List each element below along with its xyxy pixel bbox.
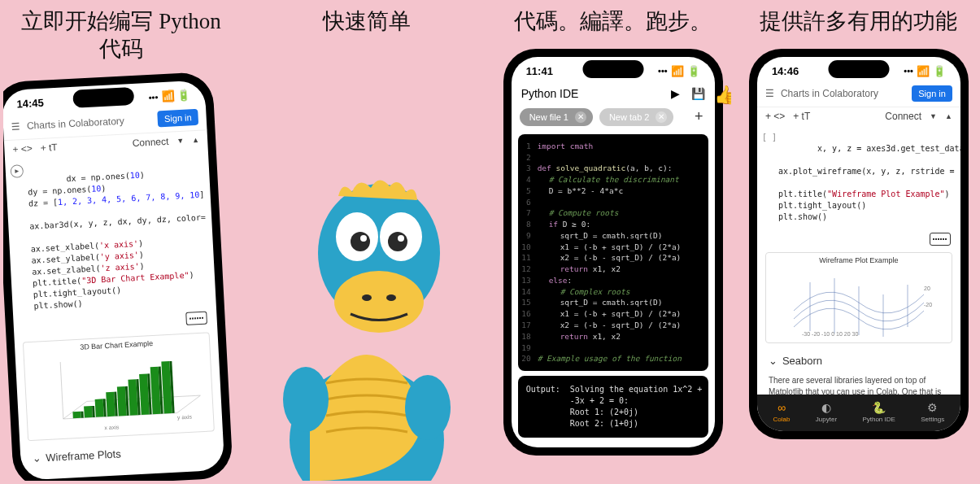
signin-button[interactable]: Sign in: [158, 108, 199, 127]
clock: 14:45: [16, 96, 44, 110]
wifi-icon: 📶: [161, 89, 175, 102]
svg-rect-3: [84, 406, 93, 418]
nav-ide[interactable]: 🐍Python IDE: [862, 401, 895, 423]
nav-colab[interactable]: ∞Colab: [773, 401, 791, 423]
headline-2: 快速简单: [316, 3, 417, 42]
chevron-down-icon[interactable]: ▼: [930, 112, 937, 120]
chevron-down-icon: ⌄: [32, 451, 41, 464]
svg-rect-6: [117, 386, 127, 415]
ide-header: Python IDE ▶💾: [512, 81, 715, 103]
add-tab-button[interactable]: +: [695, 108, 707, 125]
chevron-up-icon[interactable]: ▲: [945, 112, 952, 120]
svg-point-34: [405, 375, 451, 440]
colab-icon: ∞: [777, 401, 786, 414]
keyboard-icon[interactable]: [185, 311, 207, 325]
code-cell-wf[interactable]: [ ]x, y, z = axes3d.get_test_data() ax.p…: [757, 125, 960, 249]
svg-rect-5: [106, 391, 115, 416]
svg-text:-30 -20 -10  0  10  20  30: -30 -20 -10 0 10 20 30: [802, 331, 858, 337]
clock: 14:46: [772, 65, 799, 77]
run-icon[interactable]: ▶: [671, 87, 680, 100]
promo-panel-1: 立即开始编写 Python 代码 14:45 •••📶🔋 ☰ Charts in…: [3, 3, 239, 481]
promo-panel-4: 提供許多有用的功能 14:46 •••📶🔋 ☰ Charts in Colabo…: [741, 3, 977, 481]
battery-icon: 🔋: [687, 65, 700, 77]
promo-panel-2: 快速简单: [249, 3, 485, 481]
toolbar: + <> + tT Connect ▼ ▲: [757, 107, 960, 125]
connect-button[interactable]: Connect: [885, 111, 921, 122]
notch: [828, 60, 889, 78]
notch: [582, 60, 643, 78]
cell-bracket: [ ]: [762, 132, 777, 143]
status-icons: •••📶🔋: [148, 89, 190, 103]
gear-icon: ⚙: [927, 401, 938, 414]
chevron-down-icon[interactable]: ▼: [176, 136, 184, 144]
run-button[interactable]: ▶: [11, 164, 24, 178]
promo-panel-3: 代碼。編譯。跑步。 👍 11:41 •••📶🔋 Python IDE ▶💾 Ne…: [495, 3, 731, 481]
output-console: Output: Solving the equation 1x^2 + -3x …: [518, 376, 708, 438]
add-code-button[interactable]: + <>: [765, 111, 785, 122]
add-text-button[interactable]: + tT: [793, 111, 810, 122]
headline-1: 立即开始编写 Python 代码: [3, 3, 239, 70]
add-code-button[interactable]: + <>: [12, 142, 33, 155]
svg-rect-12: [92, 405, 95, 416]
phone-frame-1: 14:45 •••📶🔋 ☰ Charts in Colaboratory Sig…: [3, 71, 233, 481]
chart-title: Wireframe Plot Example: [769, 256, 948, 264]
svg-point-29: [360, 235, 367, 242]
wireframe-chart: -30 -20 -10 0 10 20 30 20 -20: [777, 266, 940, 339]
svg-point-32: [386, 294, 396, 301]
svg-point-28: [388, 232, 407, 251]
signal-icon: •••: [658, 66, 668, 76]
svg-rect-4: [95, 399, 104, 416]
ide-title: Python IDE: [521, 87, 579, 100]
signal-icon: •••: [904, 66, 913, 76]
section-seaborn[interactable]: ⌄ Seaborn: [757, 347, 960, 372]
code-editor[interactable]: 1import cmath 2 3def solve_quadratic(a, …: [518, 134, 708, 371]
nav-settings[interactable]: ⚙Settings: [921, 401, 944, 423]
chevron-up-icon[interactable]: ▲: [192, 135, 199, 143]
svg-rect-2: [73, 411, 81, 418]
svg-point-30: [398, 235, 404, 242]
chart-output-wf: Wireframe Plot Example -30 -20 -10 0 10 …: [765, 252, 952, 343]
wifi-icon: 📶: [917, 65, 930, 77]
battery-icon: 🔋: [177, 89, 191, 102]
tabs-bar: New file 1✕ New tab 2✕ +: [512, 103, 715, 131]
bottom-nav: ∞Colab ◐Jupyter 🐍Python IDE ⚙Settings: [757, 395, 960, 431]
notch: [72, 86, 134, 107]
svg-text:y axis: y axis: [177, 413, 193, 421]
phone-frame-3: 11:41 •••📶🔋 Python IDE ▶💾 New file 1✕ Ne…: [503, 49, 723, 456]
connect-button[interactable]: Connect: [132, 135, 168, 148]
svg-point-27: [351, 232, 370, 251]
svg-point-33: [283, 367, 329, 432]
code-cell-1[interactable]: ▶dx = np.ones(10) dy = np.ones(10) dz = …: [5, 148, 217, 339]
dinosaur-mascot: [261, 139, 473, 481]
doc-title: Charts in Colaboratory: [27, 115, 125, 131]
add-text-button[interactable]: + tT: [41, 141, 59, 153]
save-icon[interactable]: 💾: [691, 87, 705, 100]
clock: 11:41: [526, 65, 553, 77]
headline-3: 代碼。編譯。跑步。: [507, 3, 718, 42]
python-icon: 🐍: [872, 401, 886, 414]
close-icon[interactable]: ✕: [575, 111, 586, 123]
menu-icon[interactable]: ☰: [11, 120, 21, 133]
svg-text:-20: -20: [924, 302, 932, 307]
svg-text:20: 20: [924, 286, 930, 291]
close-icon[interactable]: ✕: [656, 111, 667, 123]
status-icons: •••📶🔋: [658, 65, 700, 77]
menu-icon[interactable]: ☰: [765, 88, 774, 99]
svg-rect-11: [81, 411, 84, 417]
tab-2[interactable]: New tab 2✕: [599, 108, 674, 126]
jupyter-icon: ◐: [821, 401, 831, 414]
cell-bracket: [ ]: [27, 475, 42, 480]
nav-jupyter[interactable]: ◐Jupyter: [816, 401, 837, 423]
chevron-down-icon: ⌄: [769, 355, 777, 367]
battery-icon: 🔋: [933, 65, 946, 77]
svg-line-1: [60, 362, 63, 419]
headline-4: 提供許多有用的功能: [753, 3, 964, 42]
svg-point-24: [334, 271, 424, 333]
thumbs-up-icon: 👍: [714, 85, 731, 106]
tab-1[interactable]: New file 1✕: [520, 108, 593, 126]
signin-button[interactable]: Sign in: [912, 85, 952, 102]
svg-point-31: [362, 294, 372, 301]
keyboard-icon[interactable]: [930, 233, 951, 246]
svg-text:x axis: x axis: [104, 424, 120, 430]
status-icons: •••📶🔋: [904, 65, 946, 77]
